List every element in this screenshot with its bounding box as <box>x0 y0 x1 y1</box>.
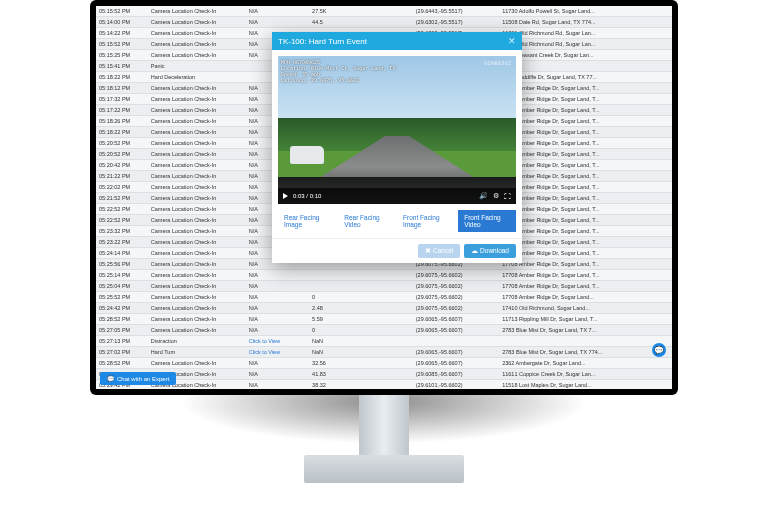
addr-cell: 17708 Amber Ridge Dr, Sugar Land, T... <box>499 182 672 193</box>
time-cell: 05:22:52 PM <box>96 215 148 226</box>
addr-cell: 17708 Amber Ridge Dr, Sugar Land, T... <box>499 149 672 160</box>
value-cell: 44.5 <box>309 17 413 28</box>
chat-fab[interactable]: 💬 <box>652 343 666 357</box>
value-cell: 32.56 <box>309 358 413 369</box>
addr-cell: 11518 Lost Maples Dr, Sugar Land... <box>499 380 672 390</box>
type-cell: Camera Location Check-In <box>148 248 246 259</box>
play-icon[interactable] <box>283 193 288 199</box>
tab-rear-facing-image[interactable]: Rear Facing Image <box>278 210 336 232</box>
table-row[interactable]: 05:24:42 PMCamera Location Check-InN/A2.… <box>96 303 672 314</box>
table-row[interactable]: 05:14:00 PMCamera Location Check-InN/A44… <box>96 17 672 28</box>
link-cell: N/A <box>246 358 309 369</box>
time-cell: 05:27:05 PM <box>96 325 148 336</box>
addr-cell <box>499 61 672 72</box>
link-cell: N/A <box>246 325 309 336</box>
time-cell: 05:23:32 PM <box>96 226 148 237</box>
time-cell: 05:21:52 PM <box>96 193 148 204</box>
coord-cell: (29.6075,-95.6602) <box>413 281 499 292</box>
time-cell: 05:21:22 PM <box>96 171 148 182</box>
value-cell: 5.59 <box>309 314 413 325</box>
volume-icon[interactable]: 🔊 <box>479 192 488 200</box>
addr-cell: 17708 Amber Ridge Dr, Sugar Land, T... <box>499 281 672 292</box>
video-overlay-text: MPH 067949025 Location: Blue Mist Ct, Su… <box>281 59 395 83</box>
time-cell: 05:22:02 PM <box>96 182 148 193</box>
modal-title: TK-100: Hard Turn Event <box>278 37 367 46</box>
fullscreen-icon[interactable]: ⛶ <box>504 193 511 200</box>
time-cell: 05:15:52 PM <box>96 39 148 50</box>
type-cell: Camera Location Check-In <box>148 171 246 182</box>
link-cell: N/A <box>246 303 309 314</box>
time-cell: 05:28:52 PM <box>96 358 148 369</box>
type-cell: Camera Location Check-In <box>148 325 246 336</box>
addr-cell: 17708 Amber Ridge Dr, Sugar Land, T... <box>499 160 672 171</box>
addr-cell: 17708 Amber Ridge Dr, Sugar Land, T... <box>499 259 672 270</box>
type-cell: Camera Location Check-In <box>148 127 246 138</box>
addr-cell: 17708 Amber Ridge Dr, Sugar Land, T... <box>499 248 672 259</box>
time-cell: 05:14:00 PM <box>96 17 148 28</box>
table-row[interactable]: 05:28:52 PMCamera Location Check-InN/A41… <box>96 369 672 380</box>
cancel-button[interactable]: ✖ Cancel <box>418 244 460 258</box>
close-icon[interactable]: ✕ <box>508 36 516 46</box>
link-cell: N/A <box>246 314 309 325</box>
type-cell: Camera Location Check-In <box>148 28 246 39</box>
time-cell: 05:15:25 PM <box>96 50 148 61</box>
coord-cell: (29.6065,-95.6607) <box>413 347 499 358</box>
app-screen: 05:15:52 PMCamera Location Check-InN/A27… <box>96 6 672 389</box>
download-button[interactable]: ☁ Download <box>464 244 516 258</box>
table-row[interactable]: 05:25:04 PMCamera Location Check-InN/A(2… <box>96 281 672 292</box>
tab-rear-facing-video[interactable]: Rear Facing Video <box>338 210 395 232</box>
table-row[interactable]: 05:15:52 PMCamera Location Check-InN/A27… <box>96 6 672 17</box>
value-cell <box>309 281 413 292</box>
addr-cell: 17708 Amber Ridge Dr, Sugar Land, T... <box>499 270 672 281</box>
type-cell: Camera Location Check-In <box>148 215 246 226</box>
type-cell: Hard Turn <box>148 347 246 358</box>
addr-cell: 17708 Amber Ridge Dr, Sugar Land, T... <box>499 105 672 116</box>
table-row[interactable]: 05:27:05 PMCamera Location Check-InN/A0(… <box>96 325 672 336</box>
settings-icon[interactable]: ⚙ <box>493 192 499 200</box>
addr-cell: 2783 Blue Mist Dr, Sugar Land, TX 774... <box>499 347 672 358</box>
tab-front-facing-image[interactable]: Front Facing Image <box>397 210 456 232</box>
chat-widget[interactable]: 💬 Chat with an Expert <box>100 372 176 385</box>
type-cell: Camera Location Check-In <box>148 237 246 248</box>
addr-cell: 11301 Old Richmond Rd, Sugar Lan... <box>499 28 672 39</box>
addr-cell: 11713 Rippling Mill Dr, Sugar Land, T... <box>499 314 672 325</box>
addr-cell: 17410 Old Richmond, Sugar Land... <box>499 303 672 314</box>
video-controls[interactable]: 0:03 / 0:10 🔊 ⚙ ⛶ <box>278 188 516 204</box>
addr-cell: 2783 Blue Mist Dr, Sugar Land, TX 7... <box>499 325 672 336</box>
type-cell: Distraction <box>148 336 246 347</box>
type-cell: Camera Location Check-In <box>148 83 246 94</box>
tab-front-facing-video[interactable]: Front Facing Video <box>458 210 516 232</box>
monitor-stand-base <box>304 455 464 483</box>
time-cell: 05:25:56 PM <box>96 259 148 270</box>
table-row[interactable]: 05:25:52 PMCamera Location Check-InN/A0(… <box>96 292 672 303</box>
time-cell: 05:24:14 PM <box>96 248 148 259</box>
table-row[interactable]: 05:29:42 PMCamera Location Check-InN/A38… <box>96 380 672 390</box>
time-cell: 05:25:04 PM <box>96 281 148 292</box>
coord-cell: (29.6085,-95.6607) <box>413 369 499 380</box>
link-cell[interactable]: Click to View <box>246 347 309 358</box>
addr-cell: 17708 Amber Ridge Dr, Sugar Land, T... <box>499 237 672 248</box>
addr-cell: 17708 Amber Ridge Dr, Sugar Land, T... <box>499 193 672 204</box>
addr-cell: 17708 Amber Ridge Dr, Sugar Land, T... <box>499 138 672 149</box>
link-cell: N/A <box>246 380 309 390</box>
table-row[interactable]: 05:28:52 PMCamera Location Check-InN/A5.… <box>96 314 672 325</box>
type-cell: Camera Location Check-In <box>148 314 246 325</box>
addr-cell: 17708 Amber Ridge Dr, Sugar Land, T... <box>499 116 672 127</box>
type-cell: Camera Location Check-In <box>148 6 246 17</box>
chat-icon: 💬 <box>107 375 114 382</box>
addr-cell: 11730 Adolfo Powell St, Sugar Land... <box>499 6 672 17</box>
table-row[interactable]: 05:27:02 PMHard TurnClick to ViewNaN(29.… <box>96 347 672 358</box>
addr-cell: 17708 Amber Ridge Dr, Sugar Land, T... <box>499 215 672 226</box>
table-row[interactable]: 05:25:14 PMCamera Location Check-InN/A(2… <box>96 270 672 281</box>
video-player[interactable]: MPH 067949025 Location: Blue Mist Ct, Su… <box>278 56 516 204</box>
link-cell[interactable]: Click to View <box>246 336 309 347</box>
time-cell: 05:20:42 PM <box>96 160 148 171</box>
type-cell: Camera Location Check-In <box>148 358 246 369</box>
table-row[interactable]: 05:28:52 PMCamera Location Check-InN/A32… <box>96 358 672 369</box>
addr-cell: 2362 Ambergate Dr, Sugar Land... <box>499 358 672 369</box>
time-cell: 05:15:41 PM <box>96 61 148 72</box>
link-cell: N/A <box>246 369 309 380</box>
addr-cell: 11611 Coppice Creek Dr, Sugar Lan... <box>499 369 672 380</box>
table-row[interactable]: 05:27:13 PMDistractionClick to ViewNaN <box>96 336 672 347</box>
video-time: 0:03 / 0:10 <box>293 193 321 199</box>
